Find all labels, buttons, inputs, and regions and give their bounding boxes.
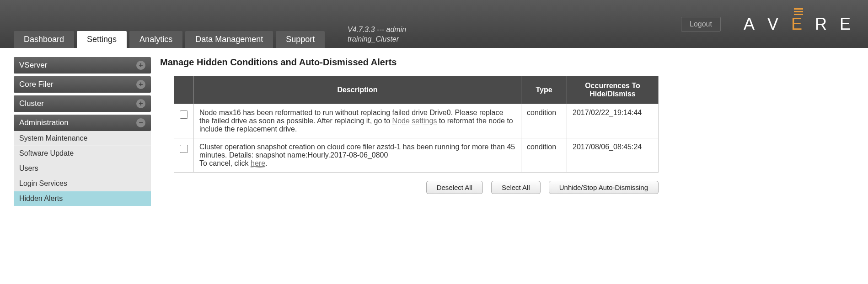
logo-accent-bars xyxy=(791,8,806,15)
sidebar-item-software-update[interactable]: Software Update xyxy=(14,146,151,161)
col-occurrences: Occurrences To Hide/Dismiss xyxy=(567,76,659,104)
row-description: Cluster operation snapshot creation on c… xyxy=(194,138,521,173)
description-link[interactable]: Node settings xyxy=(392,117,437,125)
row-checkbox[interactable] xyxy=(180,145,188,153)
select-all-button[interactable]: Select All xyxy=(491,181,541,194)
tab-settings[interactable]: Settings xyxy=(77,31,127,48)
deselect-all-button[interactable]: Deselect All xyxy=(426,181,483,194)
row-timestamp: 2017/08/06_08:45:24 xyxy=(567,138,659,173)
tab-dashboard[interactable]: Dashboard xyxy=(14,31,74,48)
page-title: Manage Hidden Conditions and Auto-Dismis… xyxy=(160,57,854,68)
logo-letter: E xyxy=(791,15,806,34)
expand-icon: + xyxy=(136,80,145,89)
tab-analytics[interactable]: Analytics xyxy=(129,31,182,48)
sidebar-group-vserver[interactable]: VServer+ xyxy=(14,57,151,74)
logo-letter: V xyxy=(767,15,782,34)
sidebar-item-system-maintenance[interactable]: System Maintenance xyxy=(14,131,151,146)
sidebar-group-administration[interactable]: Administration− xyxy=(14,115,151,131)
version-text: V4.7.3.3 --- admin xyxy=(348,25,406,35)
sidebar-item-users[interactable]: Users xyxy=(14,161,151,176)
logo-letter: A xyxy=(744,15,758,34)
description-link[interactable]: here xyxy=(251,159,265,168)
table-row: Cluster operation snapshot creation on c… xyxy=(174,138,659,173)
sidebar-group-core-filer[interactable]: Core Filer+ xyxy=(14,76,151,93)
sidebar-item-login-services[interactable]: Login Services xyxy=(14,176,151,191)
content-area: VServer+Core Filer+Cluster+Administratio… xyxy=(0,48,868,209)
logo-letter: R xyxy=(815,15,830,34)
col-description: Description xyxy=(194,76,521,104)
header-right: Logout A V E R E xyxy=(681,0,854,48)
logo-letter: E xyxy=(840,15,854,34)
expand-icon: + xyxy=(136,61,145,70)
sidebar-group-label: Cluster xyxy=(19,99,44,108)
row-type: condition xyxy=(521,104,567,138)
tab-support[interactable]: Support xyxy=(276,31,325,48)
row-type: condition xyxy=(521,138,567,173)
row-timestamp: 2017/02/22_19:14:44 xyxy=(567,104,659,138)
main-tabs: DashboardSettingsAnalyticsData Managemen… xyxy=(14,31,325,48)
sidebar-group-cluster[interactable]: Cluster+ xyxy=(14,95,151,112)
app-header: DashboardSettingsAnalyticsData Managemen… xyxy=(0,0,868,48)
logout-button[interactable]: Logout xyxy=(681,17,721,32)
col-type: Type xyxy=(521,76,567,104)
action-row: Deselect All Select All Unhide/Stop Auto… xyxy=(174,181,659,194)
col-checkbox xyxy=(174,76,194,104)
brand-logo: A V E R E xyxy=(744,15,854,34)
sidebar-item-hidden-alerts[interactable]: Hidden Alerts xyxy=(14,191,151,206)
row-checkbox[interactable] xyxy=(180,110,188,119)
collapse-icon: − xyxy=(136,118,145,127)
row-description: Node max16 has been reformatted to run w… xyxy=(194,104,521,138)
tab-data-management[interactable]: Data Management xyxy=(185,31,273,48)
table-row: Node max16 has been reformatted to run w… xyxy=(174,104,659,138)
expand-icon: + xyxy=(136,99,145,108)
main-panel: Manage Hidden Conditions and Auto-Dismis… xyxy=(160,57,868,209)
sidebar-group-label: Administration xyxy=(19,118,69,127)
alerts-table: Description Type Occurrences To Hide/Dis… xyxy=(174,76,659,173)
settings-sidebar: VServer+Core Filer+Cluster+Administratio… xyxy=(14,57,151,209)
header-info: V4.7.3.3 --- admin training_Cluster xyxy=(348,25,406,44)
sidebar-group-label: VServer xyxy=(19,61,47,70)
sidebar-group-label: Core Filer xyxy=(19,80,54,89)
unhide-button[interactable]: Unhide/Stop Auto-Dismissing xyxy=(549,181,659,194)
cluster-name: training_Cluster xyxy=(348,35,406,44)
